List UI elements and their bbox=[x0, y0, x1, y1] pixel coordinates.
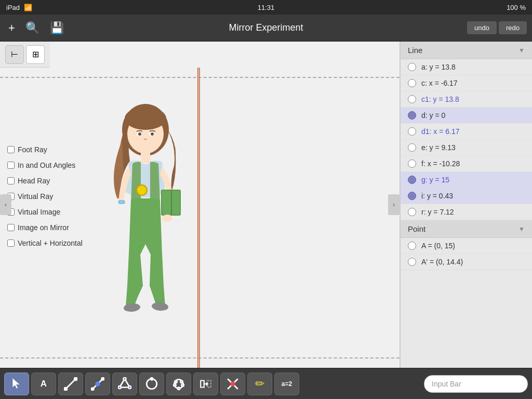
canvas-area: Foot Ray In and Out Angles Head Ray Virt… bbox=[0, 68, 400, 368]
vertical-horizontal-label: Vertical + Horizontal bbox=[18, 239, 83, 247]
svg-point-31 bbox=[174, 384, 176, 386]
line-item-c1[interactable]: c1: y = 13.8 bbox=[401, 91, 532, 108]
svg-marker-34 bbox=[201, 380, 204, 387]
status-center: 11:31 bbox=[258, 4, 275, 11]
bottom-toolbar: A ✏ a=2 Input Bar bbox=[0, 368, 532, 399]
checkbox-foot-ray[interactable]: Foot Ray bbox=[7, 145, 83, 154]
intersect-tool-button[interactable] bbox=[220, 373, 245, 395]
svg-point-33 bbox=[178, 387, 180, 389]
grid-button[interactable]: ⊞ bbox=[26, 45, 45, 64]
head-ray-checkbox[interactable] bbox=[7, 177, 15, 184]
battery-label: 100 % bbox=[507, 4, 526, 11]
line-tool-button[interactable] bbox=[58, 373, 83, 395]
yellow-dot-point[interactable] bbox=[136, 184, 148, 196]
line-item-r[interactable]: r: y = 7.12 bbox=[401, 204, 532, 220]
checkbox-virtual-ray[interactable]: Virtual Ray bbox=[7, 192, 83, 201]
nav-left-button[interactable]: ‹ bbox=[0, 194, 11, 215]
line-g-label: g: y = 15 bbox=[421, 176, 449, 184]
line-item-d[interactable]: d: y = 0 bbox=[401, 108, 532, 124]
line-section-title: Line bbox=[408, 46, 422, 55]
character-illustration bbox=[94, 99, 197, 322]
line-item-c[interactable]: c: x = -6.17 bbox=[401, 75, 532, 91]
text-tool-button[interactable]: A bbox=[31, 373, 56, 395]
svg-line-15 bbox=[65, 379, 76, 389]
add-button[interactable]: + bbox=[5, 19, 18, 37]
radio-f[interactable] bbox=[408, 159, 416, 168]
checkbox-virtual-image[interactable]: Virtual Image bbox=[7, 208, 83, 216]
head-ray-label: Head Ray bbox=[18, 177, 50, 185]
redo-button[interactable]: redo bbox=[499, 21, 527, 34]
circle-tool-button[interactable] bbox=[139, 373, 164, 395]
radio-d[interactable] bbox=[408, 111, 416, 119]
vertical-horizontal-checkbox[interactable] bbox=[7, 240, 15, 247]
radio-c[interactable] bbox=[408, 79, 416, 87]
radio-a[interactable] bbox=[408, 63, 416, 71]
line-f-label: f: x = -10.28 bbox=[421, 159, 460, 168]
radio-A-prime[interactable] bbox=[408, 258, 416, 266]
image-on-mirror-checkbox[interactable] bbox=[7, 224, 15, 231]
radio-c1[interactable] bbox=[408, 95, 416, 103]
checkbox-in-out-angles[interactable]: In and Out Angles bbox=[7, 161, 83, 169]
pointer-tool-button[interactable] bbox=[4, 373, 29, 395]
undo-button[interactable]: undo bbox=[467, 21, 497, 34]
point-item-A-prime[interactable]: A' = (0, 14.4) bbox=[401, 254, 532, 270]
line-item-e[interactable]: e: y = 9.13 bbox=[401, 140, 532, 156]
canvas-panel: ⊢ ⊞ ‹ › Foot Ray bbox=[0, 42, 400, 368]
radio-r[interactable] bbox=[408, 208, 416, 216]
line-item-i[interactable]: i: y = 0.43 bbox=[401, 188, 532, 204]
line-section-header[interactable]: Line ▼ bbox=[401, 42, 532, 59]
conic-tool-button[interactable] bbox=[166, 373, 191, 395]
in-out-angles-label: In and Out Angles bbox=[18, 161, 75, 169]
checkbox-image-on-mirror[interactable]: Image on Mirror bbox=[7, 223, 83, 232]
point-line-tool-button[interactable] bbox=[85, 373, 110, 395]
line-item-d1[interactable]: d1: x = 6.17 bbox=[401, 124, 532, 140]
svg-point-38 bbox=[231, 382, 235, 385]
line-item-f[interactable]: f: x = -10.28 bbox=[401, 156, 532, 172]
svg-point-13 bbox=[162, 215, 172, 222]
line-r-label: r: y = 7.12 bbox=[421, 208, 454, 216]
nav-right-button[interactable]: › bbox=[388, 194, 400, 215]
mirror-line-2 bbox=[199, 68, 200, 368]
device-label: iPad bbox=[6, 4, 20, 11]
transform-tool-button[interactable] bbox=[193, 373, 218, 395]
curve-tool-button[interactable]: ✏ bbox=[247, 373, 272, 395]
axes-button[interactable]: ⊢ bbox=[5, 45, 24, 64]
svg-rect-14 bbox=[118, 201, 125, 204]
line-e-label: e: y = 9.13 bbox=[421, 143, 456, 152]
checkbox-head-ray[interactable]: Head Ray bbox=[7, 177, 83, 185]
virtual-image-label: Virtual Image bbox=[18, 208, 60, 216]
canvas-toolbar: ⊢ ⊞ bbox=[0, 42, 50, 68]
radio-g[interactable] bbox=[408, 176, 416, 184]
checkboxes-panel: Foot Ray In and Out Angles Head Ray Virt… bbox=[7, 145, 83, 247]
svg-point-30 bbox=[180, 380, 182, 382]
line-d-label: d: y = 0 bbox=[421, 111, 445, 119]
line-c-label: c: x = -6.17 bbox=[421, 79, 458, 87]
point-section-header[interactable]: Point ▼ bbox=[401, 220, 532, 238]
point-item-A[interactable]: A = (0, 15) bbox=[401, 238, 532, 254]
search-button[interactable]: 🔍 bbox=[22, 19, 43, 37]
wifi-icon: 📶 bbox=[24, 4, 32, 11]
svg-point-17 bbox=[74, 377, 77, 380]
main-content: ⊢ ⊞ ‹ › Foot Ray bbox=[0, 42, 532, 368]
radio-d1[interactable] bbox=[408, 127, 416, 136]
svg-point-32 bbox=[181, 384, 183, 386]
radio-A[interactable] bbox=[408, 242, 416, 250]
svg-point-20 bbox=[91, 388, 94, 390]
foot-ray-checkbox[interactable] bbox=[7, 146, 15, 153]
radio-i[interactable] bbox=[408, 192, 416, 200]
checkbox-vertical-horizontal[interactable]: Vertical + Horizontal bbox=[7, 239, 83, 247]
in-out-angles-checkbox[interactable] bbox=[7, 162, 15, 169]
line-item-a[interactable]: a: y = 13.8 bbox=[401, 59, 532, 75]
grid-icon: ⊞ bbox=[32, 49, 39, 59]
mirror-line bbox=[197, 68, 198, 368]
radio-e[interactable] bbox=[408, 143, 416, 152]
input-bar[interactable]: Input Bar bbox=[424, 375, 528, 393]
polygon-tool-button[interactable] bbox=[112, 373, 137, 395]
svg-point-24 bbox=[128, 385, 131, 388]
line-item-g[interactable]: g: y = 15 bbox=[401, 172, 532, 188]
save-button[interactable]: 💾 bbox=[47, 19, 67, 37]
svg-point-27 bbox=[151, 378, 153, 380]
slider-tool-button[interactable]: a=2 bbox=[274, 373, 299, 395]
status-right: 100 % bbox=[507, 4, 526, 11]
line-i-label: i: y = 0.43 bbox=[421, 192, 453, 200]
